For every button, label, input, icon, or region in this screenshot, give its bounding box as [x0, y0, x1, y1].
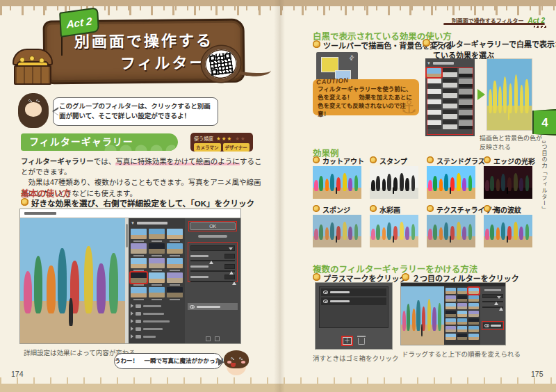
filter-thumbnail[interactable]	[459, 120, 473, 129]
filter-thumbnail[interactable]	[445, 311, 456, 317]
filter-thumbnail[interactable]	[149, 287, 165, 297]
slider[interactable]	[482, 301, 503, 302]
value-field[interactable]	[224, 264, 235, 269]
filter-thumbnail[interactable]	[167, 272, 183, 283]
filter-thumbnail[interactable]	[427, 99, 441, 108]
category-row[interactable]	[131, 318, 183, 324]
applied-filter-layer-row[interactable]	[483, 322, 502, 328]
category-row[interactable]	[131, 326, 183, 332]
eye-icon[interactable]	[323, 300, 328, 303]
filter-thumbnail[interactable]	[457, 311, 468, 317]
effect-example: ステンドグラス	[427, 156, 475, 204]
filter-thumbnail[interactable]	[459, 68, 473, 77]
intro-speech-bubble: このグループのフィルターは、クリックすると別画面が開いて、そこで詳しい設定ができ…	[53, 97, 218, 126]
book-spread: 別画面で操作する フィルター Act 2 このグループのフィルターは、クリックす…	[0, 0, 556, 392]
filter-thumbnail[interactable]	[167, 258, 183, 268]
filter-thumbnail[interactable]	[131, 287, 147, 297]
value-field[interactable]	[224, 254, 235, 259]
folder-icon	[136, 335, 141, 338]
eye-icon[interactable]	[190, 305, 195, 309]
eye-icon[interactable]	[323, 291, 328, 294]
effect-dropdown[interactable]	[482, 294, 503, 298]
filter-thumbnails[interactable]	[445, 288, 479, 340]
filter-thumbnail[interactable]	[468, 326, 479, 332]
filter-thumbnail[interactable]	[427, 79, 441, 88]
filter-thumbnail[interactable]	[445, 288, 456, 294]
category-row[interactable]	[131, 303, 183, 309]
filter-thumbnail[interactable]	[457, 334, 468, 340]
filter-thumbnail[interactable]	[443, 89, 457, 98]
slider[interactable]	[190, 260, 235, 261]
filter-thumbnail[interactable]	[149, 258, 165, 268]
delete-effect-layer-icon[interactable]	[215, 336, 220, 341]
page-number-left: 174	[11, 370, 24, 378]
filter-thumbnail-panel: ▼	[129, 218, 186, 343]
slider[interactable]	[190, 281, 235, 282]
filter-thumbnail[interactable]	[468, 318, 479, 325]
filter-thumbnail[interactable]	[445, 318, 456, 325]
filter-thumbnails[interactable]	[131, 229, 183, 297]
filter-thumbnail[interactable]	[468, 311, 479, 317]
bw-filter-thumbnails[interactable]	[427, 68, 473, 129]
filter-thumbnail[interactable]	[468, 288, 479, 294]
slider[interactable]	[482, 307, 503, 308]
collapse-icon[interactable]: ▼	[131, 221, 135, 225]
filter-thumbnail[interactable]	[459, 79, 473, 88]
filter-settings-highlight	[188, 242, 238, 282]
filter-thumbnail[interactable]	[457, 295, 468, 302]
trash-icon[interactable]	[358, 338, 365, 345]
applied-filter-layer-row[interactable]	[188, 303, 238, 310]
ok-button[interactable]: OK	[190, 222, 236, 230]
filter-thumbnail[interactable]	[131, 258, 147, 268]
effect-layer-row[interactable]	[321, 288, 386, 296]
slider[interactable]	[190, 270, 235, 272]
filter-thumbnail[interactable]	[459, 99, 473, 108]
filter-thumbnail[interactable]	[443, 79, 457, 88]
filter-thumbnail[interactable]	[443, 120, 457, 129]
filter-thumbnail[interactable]	[445, 326, 456, 332]
filter-thumbnail[interactable]	[468, 303, 479, 309]
filter-thumbnail[interactable]	[459, 89, 473, 98]
filter-thumbnail[interactable]	[445, 295, 456, 302]
filter-thumbnail[interactable]	[167, 243, 183, 254]
filter-thumbnail[interactable]	[443, 99, 457, 108]
filter-thumbnail[interactable]	[167, 287, 183, 297]
filter-thumbnail[interactable]	[457, 318, 468, 325]
filter-thumbnail[interactable]	[468, 334, 479, 340]
filter-thumbnail[interactable]	[149, 272, 165, 283]
filter-thumbnail[interactable]	[427, 89, 441, 98]
filter-thumbnail[interactable]	[131, 272, 147, 283]
plus-icon[interactable]: ＋	[343, 337, 352, 345]
filter-thumbnail[interactable]	[427, 120, 441, 129]
filter-thumbnail[interactable]	[459, 110, 473, 119]
filter-thumbnail[interactable]	[443, 110, 457, 119]
value-field[interactable]	[224, 275, 235, 279]
category-row[interactable]	[131, 311, 183, 316]
filter-thumbnail[interactable]	[445, 303, 456, 309]
effect-layer-row[interactable]	[321, 297, 386, 305]
filter-thumbnail[interactable]	[149, 243, 165, 254]
filter-thumbnail[interactable]	[131, 243, 147, 254]
filter-thumbnail[interactable]	[427, 110, 441, 119]
filter-thumbnail[interactable]	[131, 229, 147, 239]
filter-thumbnail[interactable]	[468, 295, 479, 302]
eye-icon[interactable]	[484, 324, 489, 327]
bw-result-caption: 描画色と背景色の色が 反映される	[480, 134, 542, 152]
filter-thumbnail[interactable]	[457, 303, 468, 309]
filter-thumbnail[interactable]	[149, 229, 165, 239]
cancel-button[interactable]	[198, 235, 227, 238]
new-effect-layer-icon[interactable]	[206, 336, 211, 341]
category-header[interactable]: ▼	[131, 220, 183, 227]
effect-example: スタンプ	[370, 156, 418, 204]
effect-example: 水彩画	[370, 204, 418, 253]
filter-thumbnail[interactable]	[457, 288, 468, 294]
filter-thumbnail[interactable]	[427, 68, 441, 77]
step-bullet-icon	[313, 40, 320, 48]
category-row[interactable]	[131, 334, 183, 339]
filter-thumbnail[interactable]	[443, 68, 457, 77]
filter-thumbnail[interactable]	[445, 334, 456, 340]
filter-thumbnail[interactable]	[457, 326, 468, 332]
effect-dropdown[interactable]	[190, 245, 235, 251]
filter-thumbnail[interactable]	[167, 229, 183, 239]
swap-colors-icon[interactable]: ⇄	[348, 54, 356, 62]
